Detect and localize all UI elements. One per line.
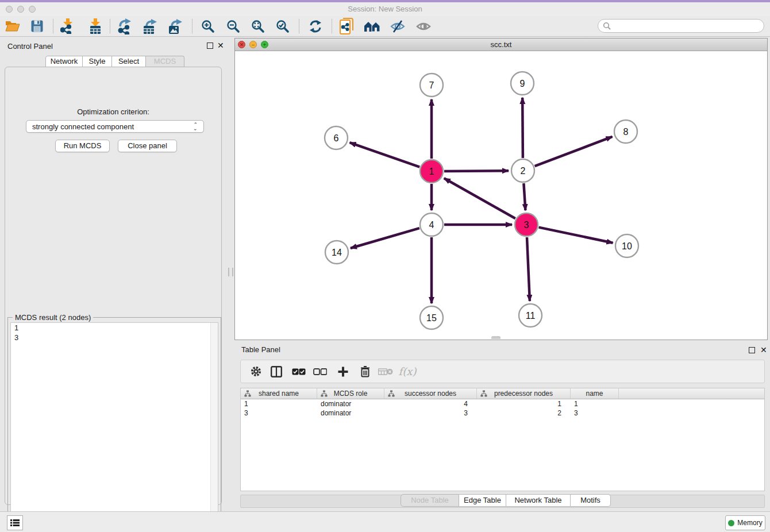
column-type-icon <box>388 390 395 397</box>
task-history-button[interactable] <box>7 515 23 530</box>
graph-edge-3-1[interactable] <box>444 178 515 218</box>
graph-edge-4-14[interactable] <box>351 228 419 248</box>
panel-splitter[interactable] <box>228 268 233 276</box>
main-toolbar <box>0 16 770 37</box>
close-panel-button[interactable]: Close panel <box>118 140 177 152</box>
memory-status-icon <box>728 520 734 526</box>
graph-edge-3-10[interactable] <box>539 228 613 243</box>
fx-label: f(x) <box>399 365 417 377</box>
network-window-titlebar[interactable]: ✕ – + scc.txt <box>235 38 767 51</box>
import-table-icon[interactable] <box>84 16 106 36</box>
table-row[interactable]: 1 dominator 4 1 1 <box>241 399 764 408</box>
float-table-panel-icon[interactable] <box>749 347 755 353</box>
first-neighbors-icon[interactable] <box>361 16 383 36</box>
graph-edge-2-8[interactable] <box>535 137 613 166</box>
column-header-mcds-role[interactable]: MCDS role <box>317 388 384 399</box>
optimization-criterion-label: Optimization criterion: <box>5 107 221 116</box>
table-panel-title: Table Panel <box>241 345 280 354</box>
table-tab-strip: Node Table Edge Table Network Table Moti… <box>240 495 765 508</box>
search-icon <box>603 22 611 30</box>
criterion-dropdown[interactable]: strongly connected component ⌃⌃ <box>26 120 204 133</box>
add-column-icon[interactable] <box>333 360 353 383</box>
tab-edge-table[interactable]: Edge Table <box>459 494 506 507</box>
graph-node-label: 6 <box>334 133 339 143</box>
network-minimize-button[interactable]: – <box>249 41 257 48</box>
window-resize-grip[interactable] <box>491 336 500 339</box>
tab-node-table[interactable]: Node Table <box>401 494 459 507</box>
graph-edge-1-6[interactable] <box>350 142 420 167</box>
open-session-icon[interactable] <box>2 16 24 36</box>
minimize-button[interactable] <box>17 6 24 13</box>
network-maximize-button[interactable]: + <box>261 41 268 48</box>
graph-node-label: 15 <box>426 313 437 323</box>
close-panel-icon[interactable]: ✕ <box>217 43 224 49</box>
graph-edge-1-2[interactable] <box>444 171 509 171</box>
close-table-panel-icon[interactable]: ✕ <box>760 347 767 353</box>
delete-table-icon[interactable] <box>375 360 396 383</box>
memory-button[interactable]: Memory <box>725 515 765 530</box>
memory-label: Memory <box>737 519 762 527</box>
tab-motifs[interactable]: Motifs <box>571 494 611 507</box>
column-header-shared-name[interactable]: shared name <box>241 388 317 399</box>
mcds-result-group: MCDS result (2 nodes) 1 3 <box>7 317 221 532</box>
toolbar-separator <box>332 19 332 33</box>
save-session-icon[interactable] <box>26 16 48 36</box>
table-row[interactable]: 3 dominator 3 2 3 <box>241 408 764 418</box>
table-toolbar: f(x) <box>240 360 765 383</box>
criterion-value: strongly connected component <box>32 122 134 131</box>
node-table: shared name MCDS role successor nodes pr… <box>240 388 765 491</box>
hide-selection-icon[interactable] <box>387 16 409 36</box>
control-panel-header: Control Panel ✕ <box>0 38 226 54</box>
graph-edge-2-3[interactable] <box>523 183 525 210</box>
network-close-button[interactable]: ✕ <box>238 41 245 48</box>
import-network-icon[interactable] <box>57 16 79 36</box>
float-panel-icon[interactable] <box>207 43 213 49</box>
tab-style[interactable]: Style <box>83 56 112 67</box>
zoom-in-icon[interactable] <box>197 16 219 36</box>
show-graphics-details-icon[interactable] <box>413 16 434 36</box>
control-panel-tabs: Network Style Select MCDS <box>45 56 184 67</box>
close-button[interactable] <box>6 6 13 13</box>
export-table-icon[interactable] <box>140 16 161 36</box>
search-input[interactable] <box>611 20 764 32</box>
table-header-row: shared name MCDS role successor nodes pr… <box>241 388 764 399</box>
zoom-fit-icon[interactable] <box>247 16 269 36</box>
zoom-window-button[interactable] <box>29 6 36 13</box>
graph-edge-3-11[interactable] <box>527 237 530 301</box>
mcds-result-list[interactable]: 1 3 <box>10 322 218 530</box>
new-network-from-selection-icon[interactable] <box>336 16 358 36</box>
select-all-icon[interactable] <box>288 360 309 383</box>
graph-node-label: 4 <box>429 220 434 230</box>
zoom-selected-icon[interactable] <box>272 16 294 36</box>
tab-network[interactable]: Network <box>45 56 83 67</box>
network-graph-canvas[interactable]: 7968124314101511 <box>235 51 767 340</box>
export-network-icon[interactable] <box>114 16 136 36</box>
network-view-window: ✕ – + scc.txt 7968124314101511 <box>234 38 768 340</box>
status-bar: Memory <box>0 511 770 532</box>
delete-column-icon[interactable] <box>355 360 375 383</box>
run-mcds-button[interactable]: Run MCDS <box>55 140 110 152</box>
table-tabs: Node Table Edge Table Network Table Moti… <box>401 494 611 507</box>
mcds-result-title: MCDS result (2 nodes) <box>13 313 93 322</box>
control-panel-title: Control Panel <box>7 42 53 51</box>
zoom-out-icon[interactable] <box>222 16 244 36</box>
column-header-successor-nodes[interactable]: successor nodes <box>384 388 477 399</box>
table-panel-header: Table Panel ✕ <box>234 341 770 357</box>
refresh-view-icon[interactable] <box>305 16 326 36</box>
column-header-name[interactable]: name <box>571 388 619 399</box>
table-settings-icon[interactable] <box>245 360 266 383</box>
control-panel: Control Panel ✕ Network Style Select MCD… <box>0 38 226 508</box>
toggle-panes-icon[interactable] <box>266 360 287 383</box>
deselect-all-icon[interactable] <box>310 360 330 383</box>
graph-node-label: 11 <box>526 311 536 321</box>
graph-edge-2-9[interactable] <box>522 98 523 158</box>
mcds-panel: Optimization criterion: strongly connect… <box>5 67 222 505</box>
tab-select[interactable]: Select <box>112 56 146 67</box>
tab-mcds[interactable]: MCDS <box>146 56 184 67</box>
graph-node-label: 14 <box>332 248 342 257</box>
export-image-icon[interactable] <box>165 16 187 36</box>
tab-network-table[interactable]: Network Table <box>506 494 571 507</box>
result-scrollbar[interactable] <box>210 323 218 529</box>
column-header-predecessor-nodes[interactable]: predecessor nodes <box>477 388 571 399</box>
function-builder-icon[interactable]: f(x) <box>397 360 418 383</box>
